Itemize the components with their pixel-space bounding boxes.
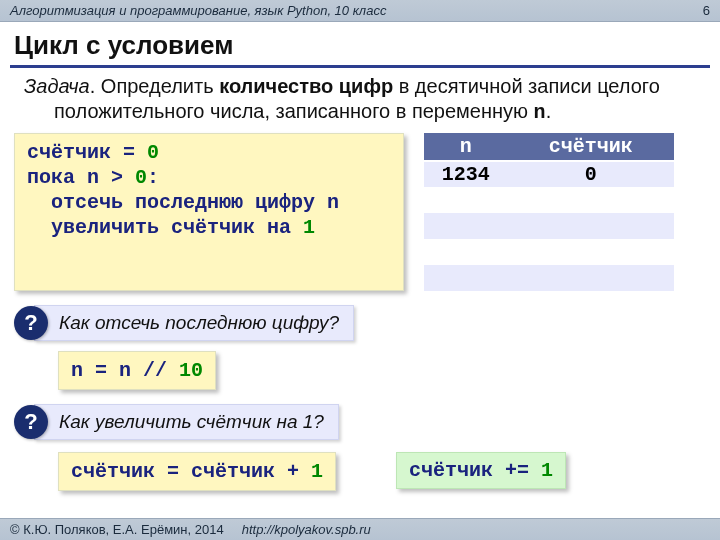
snippet-1-row: n = n // 10: [14, 351, 706, 390]
question-1: ? Как отсечь последнюю цифру?: [14, 305, 706, 341]
page-title: Цикл с условием: [0, 22, 720, 65]
pseudo-line-4: увеличить счётчик на 1: [27, 215, 391, 240]
pseudocode-box: счётчик = 0 пока n > 0: отсечь последнюю…: [14, 133, 404, 291]
copyright: © К.Ю. Поляков, Е.А. Ерёмин, 2014: [10, 522, 224, 537]
table-row: [424, 265, 674, 291]
question-icon: ?: [14, 306, 48, 340]
table-row: [424, 187, 674, 213]
footer-url: http://kpolyakov.spb.ru: [242, 522, 371, 537]
question-2: ? Как увеличить счётчик на 1?: [14, 404, 706, 440]
pseudo-line-1: счётчик = 0: [27, 140, 391, 165]
task-bold: количество цифр: [219, 75, 393, 97]
pseudo-line-2: пока n > 0:: [27, 165, 391, 190]
row-code-table: счётчик = 0 пока n > 0: отсечь последнюю…: [14, 133, 706, 291]
content-area: Задача. Определить количество цифр в дес…: [0, 74, 720, 491]
footer-bar: © К.Ю. Поляков, Е.А. Ерёмин, 2014 http:/…: [0, 518, 720, 540]
task-text: Задача. Определить количество цифр в дес…: [24, 74, 696, 125]
slide: Алгоритмизация и программирование, язык …: [0, 0, 720, 540]
pseudo-line-3: отсечь последнюю цифру n: [27, 190, 391, 215]
header-bar: Алгоритмизация и программирование, язык …: [0, 0, 720, 22]
snippet-1-box: n = n // 10: [58, 351, 216, 390]
question-1-text: Как отсечь последнюю цифру?: [34, 305, 354, 341]
table-header-row: n счётчик: [424, 133, 674, 161]
title-rule: [10, 65, 710, 68]
task-label: Задача: [24, 75, 90, 97]
snippet-row-2: счётчик = счётчик + 1 счётчик += 1: [14, 452, 706, 491]
trace-table-wrap: n счётчик 12340: [424, 133, 706, 291]
page-number: 6: [703, 3, 710, 18]
question-icon: ?: [14, 405, 48, 439]
table-row: [424, 213, 674, 239]
task-var: n: [534, 101, 546, 124]
question-2-text: Как увеличить счётчик на 1?: [34, 404, 339, 440]
trace-table: n счётчик 12340: [424, 133, 674, 291]
col-counter: счётчик: [507, 133, 674, 161]
table-row: [424, 239, 674, 265]
col-n: n: [424, 133, 507, 161]
snippet-2-box: счётчик = счётчик + 1: [58, 452, 336, 491]
table-row: 12340: [424, 161, 674, 187]
snippet-3-box: счётчик += 1: [396, 452, 566, 489]
course-title: Алгоритмизация и программирование, язык …: [10, 3, 386, 18]
